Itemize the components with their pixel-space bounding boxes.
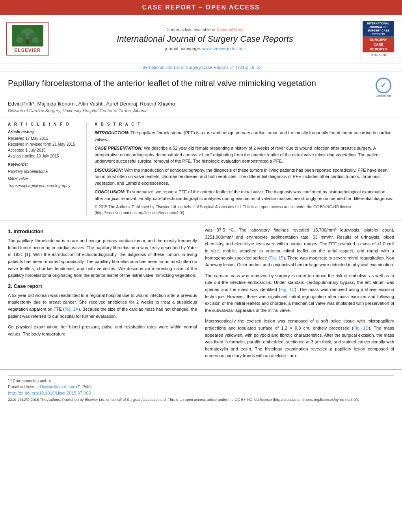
footnote-corresponding: * * Corresponding author.: [8, 378, 394, 383]
fig1a-link[interactable]: Fig. 1A: [65, 307, 78, 311]
svg-point-5: [32, 37, 39, 43]
logo-surgery-text: SURGERYCASEREPORTS: [363, 37, 394, 52]
keyword-3: Transesophageal echocardiography: [8, 182, 80, 189]
logo-bottom-text: He REPORTS: [363, 53, 394, 57]
science-direct-link[interactable]: ScienceDirect: [217, 27, 244, 32]
svg-point-4: [16, 37, 23, 43]
science-direct-line: Contents lists available at ScienceDirec…: [57, 27, 353, 32]
ijscr-logo: INTERNATIONAL JOURNAL OF SURGERY CASE RE…: [361, 19, 396, 59]
section2-paragraph1: A 52-year-old woman was readmitted to a …: [8, 292, 197, 320]
article-authors: Edvin Prifti*, Majlinda Ikonomi, Altin V…: [8, 101, 394, 107]
article-info-heading: A R T I C L E I N F O: [8, 122, 80, 126]
abstract-discussion: DISCUSSION: With the introduction of ech…: [95, 167, 394, 187]
journal-title: International Journal of Surgery Case Re…: [57, 34, 353, 44]
crossmark-logo: ✓ CrossMark: [372, 78, 394, 98]
keyword-1: Papillary fibroelastoma: [8, 168, 80, 175]
elsevier-tree-image: [12, 25, 43, 46]
keywords-list: Papillary fibroelastoma Mitral valve Tra…: [8, 168, 80, 189]
body-right-para1: was 37.5 °C. The laboratory findings rev…: [205, 227, 394, 269]
section2-paragraph2: On physical examination, her blood press…: [8, 324, 197, 337]
article-info-column: A R T I C L E I N F O Article history: R…: [8, 122, 87, 216]
journal-homepage-line: journal homepage: www.casereports.com: [57, 46, 353, 51]
footer-copyright: 2210-2612/© 2015 The Authors. Published …: [8, 397, 394, 402]
footnote-email: E-mail address: priftiedvin@gmail.com (E…: [8, 385, 394, 389]
section2-heading: 2. Case report: [8, 283, 197, 289]
abstract-column: A B S T R A C T INTRODUCTION: The papill…: [95, 122, 394, 216]
journal-header: ELSEVIER Contents lists available at Sci…: [0, 15, 402, 63]
fig1c-link[interactable]: Fig. 1C: [280, 287, 295, 292]
fig1d-link[interactable]: Fig. 1D: [354, 326, 369, 330]
svg-rect-3: [26, 39, 29, 44]
main-body: 1. Introduction The papillary fibroelast…: [0, 221, 402, 369]
article-info-abstract-columns: A R T I C L E I N F O Article history: R…: [0, 117, 402, 221]
crossmark-circle: ✓: [376, 78, 391, 93]
abstract-conclusion: CONCLUSION: To summarize, we report a PF…: [95, 189, 394, 202]
journal-volume-line: International Journal of Surgery Case Re…: [0, 63, 402, 72]
top-banner: CASE REPORT – OPEN ACCESS: [0, 0, 402, 15]
article-history-section: Article history: Received 17 May 2015 Re…: [8, 130, 80, 189]
body-right-para2: The cardiac mass was removed by surgery …: [205, 272, 394, 314]
body-left-column: 1. Introduction The papillary fibroelast…: [8, 227, 197, 363]
logo-top-text: INTERNATIONAL JOURNAL OF SURGERY CASE RE…: [363, 21, 394, 37]
body-right-para3: Macroscopically the excised lesion was c…: [205, 318, 394, 360]
banner-text: CASE REPORT – OPEN ACCESS: [142, 4, 260, 11]
article-affiliation: Division of Cardiac Surgery, University …: [8, 108, 394, 113]
journal-center: Contents lists available at ScienceDirec…: [49, 27, 361, 51]
journal-homepage-url[interactable]: www.casereports.com: [202, 46, 245, 51]
section1-heading: 1. Introduction: [8, 228, 197, 234]
doi-line: http://dx.doi.org/10.1016/j.ijscr.2015.0…: [8, 391, 394, 395]
article-title-section: Papillary fibroelastoma of the anterior …: [0, 72, 402, 117]
abstract-copyright: © 2015 The Authors. Published by Elsevie…: [95, 204, 394, 216]
fig1b-link[interactable]: Fig. 1B: [270, 256, 283, 260]
section1-paragraph: The papillary fibroelastoma is a rare an…: [8, 237, 197, 279]
abstract-case-presentation: CASE PRESENTATION: We describe a 52 year…: [95, 145, 394, 165]
elsevier-text-label: ELSEVIER: [14, 48, 41, 53]
crossmark-label: CrossMark: [376, 94, 391, 98]
page-footer: * * Corresponding author. E-mail address…: [0, 369, 402, 406]
doi-link[interactable]: http://dx.doi.org/10.1016/j.ijscr.2015.0…: [8, 391, 91, 395]
author-email-link[interactable]: priftiedvin@gmail.com: [36, 385, 75, 389]
keyword-2: Mitral valve: [8, 175, 80, 182]
body-right-column: was 37.5 °C. The laboratory findings rev…: [205, 227, 394, 363]
abstract-introduction: INTRODUCTION: The papillary fibroelastom…: [95, 130, 394, 143]
abstract-heading: A B S T R A C T: [95, 122, 394, 126]
elsevier-logo: ELSEVIER: [6, 22, 49, 56]
article-main-title: Papillary fibroelastoma of the anterior …: [8, 78, 367, 88]
